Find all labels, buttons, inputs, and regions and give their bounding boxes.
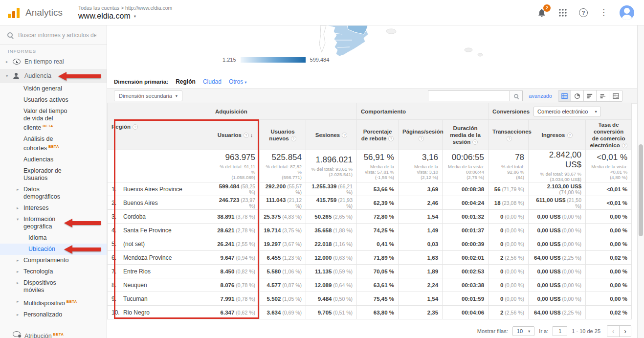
prev-page-button[interactable]: ‹ [607, 326, 619, 337]
sidebar-item-multidispositivo[interactable]: ▸MultidispositivoBETA [0, 296, 107, 309]
account-avatar-button[interactable] [620, 5, 634, 20]
table-row[interactable]: 3.Cordoba38.891 (3,78 %)25.375 (4,83 %)5… [108, 210, 632, 224]
scrollbar-thumb[interactable] [639, 144, 643, 236]
table-row[interactable]: 8.Neuquen8.076 (0,78 %)4.577 (0,87 %)12.… [108, 278, 632, 292]
sidebar-item-dispositivos-moviles[interactable]: ▸Dispositivos móviles [0, 277, 107, 296]
table-row[interactable]: 7.Entre Rios8.450 (0,82 %)5.580 (1,06 %)… [108, 265, 632, 278]
sidebar-item-valor-del-tiempo-de-vida-del-cliente[interactable]: Valor del tiempo de vida del clienteBETA [0, 106, 107, 134]
dimension-option-ciudad[interactable]: Ciudad [203, 78, 222, 85]
help-icon[interactable]: ? [622, 143, 627, 148]
chevron-down-icon[interactable]: ▾ [6, 72, 13, 80]
help-icon[interactable]: ? [388, 136, 394, 141]
account-switcher[interactable]: Todas las cuentas > http://www.eldia.com… [78, 5, 172, 21]
more-options-button[interactable]: ⋮ [600, 8, 608, 17]
sidebar-item-idioma[interactable]: Idioma [0, 232, 107, 244]
chevron-right-icon[interactable]: ▸ [17, 204, 23, 212]
region-cell[interactable]: 9.Tucuman [108, 292, 211, 306]
advanced-search-link[interactable]: avanzado [529, 93, 552, 99]
chevron-right-icon[interactable]: ▸ [17, 268, 23, 275]
sidebar-item-ubicacion[interactable]: Ubicación [0, 244, 107, 255]
help-icon[interactable]: ? [342, 133, 347, 138]
sidebar-item-atribucion[interactable]: AtribuciónBETA [0, 327, 107, 338]
chevron-right-icon[interactable]: ▸ [17, 279, 23, 287]
analytics-home-link[interactable]: Analytics [0, 7, 67, 18]
help-icon[interactable]: ? [291, 136, 296, 141]
column-header-duracion-media-de-la-sesion[interactable]: Duración media de la sesión? [443, 120, 489, 150]
sidebar-item-usuarios-activos[interactable]: Usuarios activos [0, 94, 107, 106]
geo-map[interactable] [293, 25, 499, 74]
sidebar-item-tecnologia[interactable]: ▸Tecnología [0, 266, 107, 277]
sidebar-item-analisis-de-cohortes[interactable]: Análisis de cohortesBETA [0, 134, 107, 154]
table-search-button[interactable] [510, 90, 523, 101]
sidebar-item-intereses[interactable]: ▸Intereses [0, 203, 107, 214]
next-page-button[interactable]: › [619, 326, 631, 337]
vertical-scrollbar[interactable] [637, 25, 644, 338]
table-row[interactable]: 1.Buenos Aires Province599.484 (58,25 %)… [108, 182, 632, 196]
region-cell[interactable]: 3.Cordoba [108, 210, 211, 224]
performance-view-button[interactable] [584, 90, 597, 101]
chevron-right-icon[interactable]: ▸ [6, 58, 13, 66]
table-row[interactable]: 4.Santa Fe Province28.621 (2,78 %)19.714… [108, 224, 632, 237]
sidebar-item-datos-demograficos[interactable]: ▸Datos demográficos [0, 184, 107, 203]
sidebar-item-personalizado[interactable]: ▸Personalizado [0, 309, 107, 320]
search-input[interactable] [18, 32, 96, 39]
sidebar-search[interactable] [0, 25, 107, 45]
column-header-transacciones[interactable]: Transacciones? [489, 120, 529, 150]
help-icon[interactable]: ? [567, 133, 573, 138]
table-row[interactable]: 2.Buenos Aires246.723 (23,97 %)111.043 (… [108, 196, 632, 210]
sidebar-item-audiencias[interactable]: Audiencias [0, 154, 107, 165]
region-cell[interactable]: 6.Mendoza Province [108, 251, 211, 265]
help-icon[interactable]: ? [419, 136, 424, 141]
help-icon[interactable]: ? [244, 133, 249, 138]
region-cell[interactable]: 2.Buenos Aires [108, 196, 211, 210]
region-cell[interactable]: 8.Neuquen [108, 278, 211, 292]
help-icon[interactable]: ? [472, 139, 478, 145]
table-row[interactable]: 10.Rio Negro6.347 (0,62 %)3.634 (0,69 %)… [108, 306, 632, 319]
sidebar-item-en-tiempo-real[interactable]: ▸En tiempo real [0, 55, 107, 69]
summary-subtext: (-1,56 %) [361, 175, 394, 180]
apps-grid-button[interactable] [558, 8, 567, 17]
column-header-ingresos[interactable]: Ingresos? [529, 120, 586, 150]
table-row[interactable]: 6.Mendoza Province9.647 (0,94 %)6.455 (1… [108, 251, 632, 265]
chevron-right-icon[interactable]: ▸ [17, 186, 23, 193]
chevron-right-icon[interactable]: ▸ [17, 311, 23, 318]
pivot-view-button[interactable] [609, 90, 622, 101]
column-header-usuarios[interactable]: Usuarios?↓ [211, 120, 260, 150]
help-button[interactable]: ? [579, 8, 588, 17]
rows-per-page-select[interactable]: 10 ▾ [512, 326, 535, 336]
dimension-option-region[interactable]: Región [176, 78, 196, 85]
chevron-down-icon[interactable]: ▾ [17, 216, 23, 223]
column-header-tasa-de-conversion-de-comercio-electronico[interactable]: Tasa de conversión de comercio electróni… [586, 120, 632, 150]
comparison-view-button[interactable] [597, 90, 609, 101]
chevron-right-icon[interactable]: ▸ [17, 298, 23, 305]
table-row[interactable]: 9.Tucuman7.991 (0,78 %)5.502 (1,05 %)9.4… [108, 292, 632, 306]
column-header-porcentaje-de-rebote[interactable]: Porcentaje de rebote? [357, 120, 399, 150]
region-cell[interactable]: 4.Santa Fe Province [108, 224, 211, 237]
goto-page-input[interactable] [553, 326, 567, 336]
percentage-view-button[interactable] [571, 90, 584, 101]
region-cell[interactable]: 1.Buenos Aires Province [108, 182, 211, 196]
ecommerce-selector[interactable]: Comercio electrónico▾ [533, 107, 601, 116]
region-cell[interactable]: 7.Entre Rios [108, 265, 211, 278]
table-row[interactable]: 5.(not set)26.241 (2,55 %)19.297 (3,67 %… [108, 237, 632, 251]
data-view-button[interactable] [558, 90, 571, 101]
column-header-paginas-sesion[interactable]: Páginas/sesión? [399, 120, 443, 150]
chevron-right-icon[interactable]: ▸ [17, 257, 23, 264]
sidebar-item-comportamiento[interactable]: ▸Comportamiento [0, 255, 107, 266]
sidebar-item-vision-general[interactable]: Visión general [0, 83, 107, 94]
column-header-region[interactable]: Región? [108, 103, 211, 150]
sidebar-item-informacion-geografica[interactable]: ▾Información geográfica [0, 214, 107, 232]
help-icon[interactable]: ? [507, 136, 512, 141]
region-cell[interactable]: 5.(not set) [108, 237, 211, 251]
table-search-input[interactable] [428, 90, 510, 101]
column-header-usuarios-nuevos[interactable]: Usuarios nuevos? [260, 120, 306, 150]
sort-desc-icon[interactable]: ↓ [250, 132, 253, 138]
help-icon[interactable]: ? [133, 124, 138, 130]
sidebar-item-audiencia[interactable]: ▾Audiencia [0, 69, 107, 83]
dimension-option-otros[interactable]: Otros▾ [229, 78, 247, 85]
column-header-sesiones[interactable]: Sesiones? [306, 120, 357, 150]
secondary-dimension-button[interactable]: Dimensión secundaria ▾ [114, 90, 182, 101]
sidebar-item-explorador-de-usuarios[interactable]: Explorador de Usuarios [0, 165, 107, 184]
region-cell[interactable]: 10.Rio Negro [108, 306, 211, 319]
notifications-button[interactable]: 2 [537, 8, 547, 18]
